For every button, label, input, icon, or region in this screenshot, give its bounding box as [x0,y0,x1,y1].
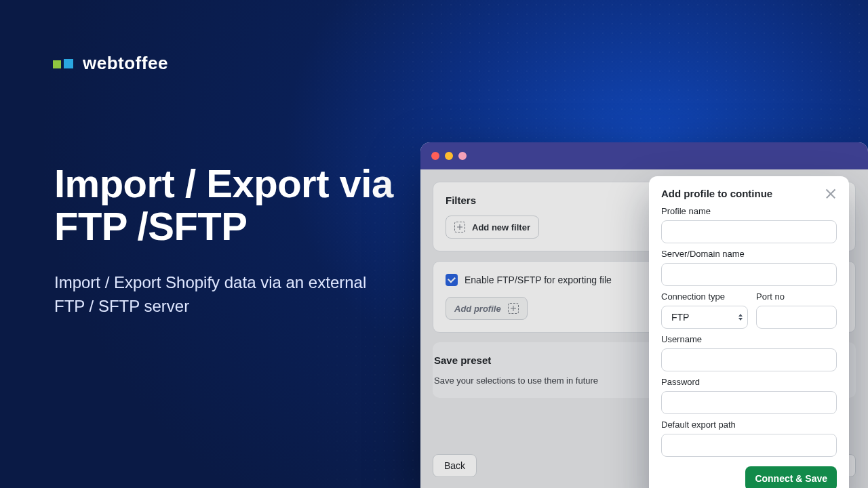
add-profile-modal: Add profile to continue Profile name Ser… [649,176,849,488]
back-button[interactable]: Back [433,454,477,477]
plus-icon [508,303,519,314]
connection-type-value[interactable] [661,306,748,329]
label-password: Password [661,377,837,387]
username-field[interactable] [661,348,837,371]
select-caret-icon [738,314,743,321]
port-no-field[interactable] [756,306,837,329]
hero-title: Import / Export via FTP /SFTP [54,163,407,247]
plus-icon [454,222,465,232]
label-profile-name: Profile name [661,206,837,216]
profile-name-field[interactable] [661,220,837,243]
brand-name: webtoffee [83,53,168,74]
traffic-light-close-icon[interactable] [431,152,439,160]
label-port-no: Port no [756,291,837,302]
label-username: Username [661,334,837,344]
app-body: Filters Add new filter Enable FTP/SFTP f… [420,169,868,488]
connection-type-select[interactable] [661,306,748,329]
add-filter-button[interactable]: Add new filter [446,216,539,239]
server-domain-field[interactable] [661,263,837,286]
default-export-path-field[interactable] [661,434,837,457]
label-server-domain: Server/Domain name [661,249,837,259]
checkbox-checked-icon [446,274,458,286]
label-default-export-path: Default export path [661,420,837,430]
add-profile-label: Add profile [454,304,501,314]
label-connection-type: Connection type [661,291,748,302]
add-profile-button[interactable]: Add profile [446,297,528,320]
enable-ftp-label: Enable FTP/SFTP for exporting file [465,274,612,285]
brand-logo: webtoffee [53,53,168,74]
hero-subtitle: Import / Export Shopify data via an exte… [54,271,380,319]
app-window: Filters Add new filter Enable FTP/SFTP f… [420,142,868,488]
traffic-light-max-icon[interactable] [458,152,467,160]
enable-ftp-checkbox[interactable]: Enable FTP/SFTP for exporting file [446,274,612,286]
window-titlebar [420,142,868,169]
traffic-light-min-icon[interactable] [445,152,453,160]
close-icon[interactable] [825,187,837,199]
promo-slide: webtoffee Import / Export via FTP /SFTP … [0,0,868,488]
add-filter-label: Add new filter [472,222,530,232]
connect-save-button[interactable]: Connect & Save [745,466,837,488]
modal-title: Add profile to continue [661,188,772,199]
logo-mark-icon [53,59,73,68]
password-field[interactable] [661,391,837,414]
